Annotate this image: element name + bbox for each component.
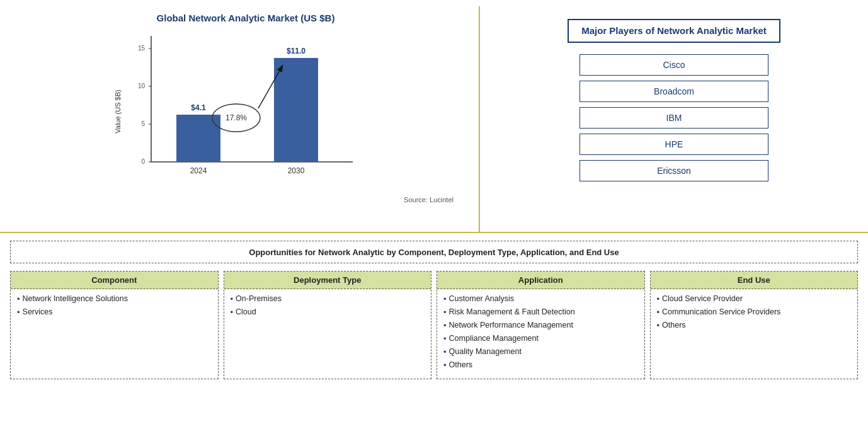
chart-svg: 0 5 10 15 $4.1 $11.0 2024 2030 <box>113 30 378 193</box>
bullet-icon: • <box>443 334 447 343</box>
bullet-icon: • <box>657 294 660 304</box>
player-broadcom: Broadcom <box>580 81 768 102</box>
y-axis-label: Value (US $B) <box>114 89 122 134</box>
column-header-application: Application <box>437 272 644 289</box>
column-header-component: Component <box>11 272 218 289</box>
bullet-icon: • <box>443 307 447 317</box>
player-hpe: HPE <box>580 134 768 155</box>
svg-text:$4.1: $4.1 <box>191 103 206 112</box>
players-title-box: Major Players of Network Analytic Market <box>568 19 780 43</box>
column-application: Application • Customer Analysis • Risk M… <box>437 271 645 379</box>
svg-text:17.8%: 17.8% <box>226 113 247 122</box>
list-item: • Customer Analysis <box>443 294 638 304</box>
columns-row: Component • Network Intelligence Solutio… <box>10 271 858 379</box>
chart-wrapper: Value (US $B) 0 5 10 15 <box>113 30 378 193</box>
list-item: • Compliance Management <box>443 334 638 343</box>
opportunities-title: Opportunities for Network Analytic by Co… <box>249 248 619 257</box>
bottom-section: Opportunities for Network Analytic by Co… <box>0 233 868 387</box>
chart-title: Global Network Analytic Market (US $B) <box>157 13 335 23</box>
player-ericsson: Ericsson <box>580 160 768 181</box>
svg-text:10: 10 <box>138 83 146 89</box>
bullet-icon: • <box>17 307 20 317</box>
list-item: • Cloud Service Provider <box>657 294 852 304</box>
bullet-icon: • <box>657 321 660 330</box>
list-item: • Cloud <box>231 307 425 317</box>
bullet-icon: • <box>443 347 447 357</box>
list-item: • Others <box>443 360 638 370</box>
chart-area: Global Network Analytic Market (US $B) V… <box>0 6 479 232</box>
players-area: Major Players of Network Analytic Market… <box>480 6 868 232</box>
bar-2024 <box>176 115 220 162</box>
column-deployment: Deployment Type • On-Premises • Cloud <box>224 271 432 379</box>
svg-text:2030: 2030 <box>288 166 305 175</box>
bullet-icon: • <box>231 294 234 304</box>
list-item: • Others <box>657 321 852 330</box>
column-header-deployment: Deployment Type <box>224 272 431 289</box>
list-item: • Quality Management <box>443 347 638 357</box>
players-box-title: Major Players of Network Analytic Market <box>581 25 767 36</box>
column-body-component: • Network Intelligence Solutions • Servi… <box>11 289 218 379</box>
svg-text:2024: 2024 <box>190 166 207 175</box>
bullet-icon: • <box>231 307 234 317</box>
column-body-end-use: • Cloud Service Provider • Communication… <box>651 289 858 379</box>
bullet-icon: • <box>17 294 20 304</box>
column-end-use: End Use • Cloud Service Provider • Commu… <box>650 271 859 379</box>
svg-text:$11.0: $11.0 <box>287 47 306 55</box>
top-section: Global Network Analytic Market (US $B) V… <box>0 0 868 233</box>
column-body-deployment: • On-Premises • Cloud <box>224 289 431 379</box>
list-item: • Network Performance Management <box>443 321 638 330</box>
player-ibm: IBM <box>580 107 768 129</box>
list-item: • Network Intelligence Solutions <box>17 294 212 304</box>
bullet-icon: • <box>443 321 447 330</box>
column-component: Component • Network Intelligence Solutio… <box>10 271 219 379</box>
bullet-icon: • <box>443 294 447 304</box>
list-item: • Services <box>17 307 212 317</box>
column-header-end-use: End Use <box>651 272 858 289</box>
list-item: • Risk Management & Fault Detection <box>443 307 638 317</box>
list-item: • On-Premises <box>231 294 425 304</box>
svg-text:5: 5 <box>141 120 145 127</box>
opportunities-title-box: Opportunities for Network Analytic by Co… <box>10 241 858 263</box>
svg-text:0: 0 <box>141 158 145 165</box>
bullet-icon: • <box>443 360 447 370</box>
bar-2030 <box>274 58 318 162</box>
bullet-icon: • <box>657 307 660 317</box>
player-cisco: Cisco <box>580 54 768 76</box>
source-text: Source: Lucintel <box>25 196 466 203</box>
svg-text:15: 15 <box>138 45 146 52</box>
list-item: • Communication Service Providers <box>657 307 852 317</box>
column-body-application: • Customer Analysis • Risk Management & … <box>437 289 644 379</box>
main-container: Global Network Analytic Market (US $B) V… <box>0 0 868 424</box>
